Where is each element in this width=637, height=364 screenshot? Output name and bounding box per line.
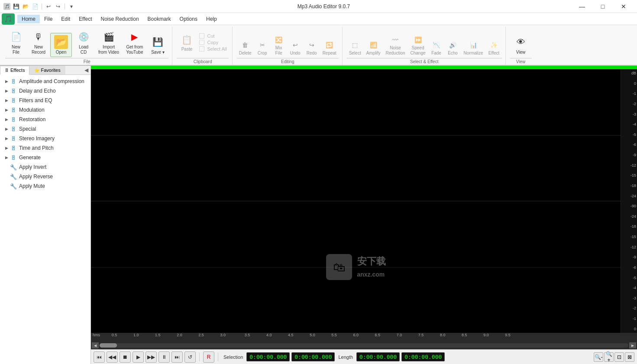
noise-reduction-btn[interactable]: 〰 NoiseReduction: [383, 34, 407, 57]
save-quick-btn[interactable]: 💾: [12, 3, 20, 10]
rewind-btn[interactable]: ◀◀: [107, 351, 118, 363]
save-btn[interactable]: 💾 Save ▾: [147, 33, 168, 57]
watermark: 🛍 安下载anxz.com: [326, 254, 386, 280]
new-record-icon: 🎙: [32, 30, 45, 44]
skip-to-start-btn[interactable]: ⏮: [94, 351, 105, 363]
open-btn[interactable]: 📂 Open: [50, 33, 72, 57]
zoom-fit-btn[interactable]: ⊡: [614, 352, 624, 362]
open-label: Open: [56, 50, 66, 55]
tree-item-stereo[interactable]: ▶ 🎚 Stereo Imagery: [0, 134, 91, 143]
effects-tab[interactable]: 🎚Effects: [0, 66, 29, 75]
delete-btn[interactable]: 🗑 Delete: [237, 39, 254, 57]
zoom-out-btn[interactable]: 🔍-: [594, 352, 603, 362]
new-file-btn[interactable]: 📄 NewFile: [5, 28, 27, 57]
menu-effect[interactable]: Effect: [74, 15, 96, 23]
label-filters: Filters and EQ: [19, 97, 52, 103]
import-video-btn[interactable]: 🎬 Importfrom Video: [95, 28, 122, 57]
cut-label: Cut: [207, 33, 214, 39]
scroll-thumb[interactable]: [100, 343, 117, 348]
speed-change-btn[interactable]: ⏩ SpeedChange: [408, 34, 428, 57]
amplify-btn[interactable]: 📶 Amplify: [364, 39, 383, 57]
menu-noise-reduction[interactable]: Noise Reduction: [97, 15, 143, 23]
new-quick-btn[interactable]: 📄: [31, 3, 39, 10]
favorites-tab[interactable]: ⭐Favorites: [29, 66, 65, 74]
load-cd-btn[interactable]: 💿 LoadCD: [73, 28, 94, 57]
menu-edit[interactable]: Edit: [57, 15, 74, 23]
tree-item-generate[interactable]: ▶ 🎚 Generate: [0, 153, 91, 162]
record-btn[interactable]: R: [203, 351, 214, 363]
effects-tree: ▶ 🎚 Amplitude and Compression ▶ 🎚 Delay …: [0, 75, 91, 364]
icon-special: 🎚: [10, 125, 17, 133]
get-youtube-btn[interactable]: ▶ Get fromYouTube: [123, 28, 146, 57]
fade-btn[interactable]: 📉 Fade: [429, 39, 444, 57]
dropdown-btn[interactable]: ▾: [68, 3, 75, 10]
panel-collapse-btn[interactable]: ◀: [82, 66, 91, 74]
mix-file-btn[interactable]: 🔀 MixFile: [271, 34, 287, 57]
tree-item-apply-invert[interactable]: 🔧 Apply Invert: [0, 162, 91, 172]
close-btn[interactable]: ✕: [614, 0, 634, 13]
chevron-stereo: ▶: [3, 135, 10, 142]
undo-quick-btn[interactable]: ↩: [45, 3, 52, 10]
tree-item-apply-mute[interactable]: 🔧 Apply Mute: [0, 181, 91, 191]
scroll-left-btn[interactable]: ◀: [92, 342, 99, 348]
effects-tab-icon: 🎚: [5, 68, 9, 73]
zoom-in-btn[interactable]: 🔍+: [604, 352, 614, 362]
db-label-n24b: -24: [622, 214, 636, 219]
fast-forward-btn[interactable]: ▶▶: [146, 351, 157, 363]
clipboard-group-label: Clipboard: [177, 58, 228, 65]
tree-item-filters[interactable]: ▶ 🎚 Filters and EQ: [0, 96, 91, 105]
menu-home[interactable]: Home: [17, 15, 40, 23]
new-record-btn[interactable]: 🎙 NewRecord: [28, 28, 49, 57]
tree-item-restoration[interactable]: ▶ 🎚 Restoration: [0, 115, 91, 124]
panel-tabs: 🎚Effects ⭐Favorites ◀: [0, 66, 91, 75]
icon-generate: 🎚: [10, 154, 17, 161]
paste-btn[interactable]: 📋 Paste: [177, 32, 197, 53]
amplify-label: Amplify: [366, 51, 381, 56]
tree-item-delay[interactable]: ▶ 🎚 Delay and Echo: [0, 86, 91, 96]
scroll-right-btn[interactable]: ▶: [629, 342, 636, 348]
scroll-track[interactable]: [100, 343, 628, 348]
tree-item-time-pitch[interactable]: ▶ 🎚 Time and Pitch: [0, 143, 91, 153]
loop-btn[interactable]: ↺: [184, 351, 196, 363]
progress-bar: [91, 66, 637, 69]
import-video-icon: 🎬: [102, 30, 116, 44]
db-label-n12a: -12: [622, 163, 636, 168]
menu-help[interactable]: Help: [202, 15, 221, 23]
repeat-btn[interactable]: 🔁 Repeat: [320, 39, 339, 57]
label-apply-reverse: Apply Reverse: [19, 174, 53, 180]
stop-btn[interactable]: ⏹: [120, 351, 131, 363]
redo-btn[interactable]: ↪ Redo: [304, 39, 320, 57]
crop-btn[interactable]: ✂ Crop: [255, 39, 270, 57]
pause-btn[interactable]: ⏸: [158, 351, 170, 363]
menu-options[interactable]: Options: [175, 15, 202, 23]
normalize-btn[interactable]: 📊 Normalize: [462, 39, 485, 57]
ribbon-group-editing: 🗑 Delete ✂ Crop 🔀 MixFile ↩ Undo ↪ R: [233, 27, 343, 65]
repeat-label: Repeat: [323, 51, 336, 56]
select-btn[interactable]: ⬚ Select: [347, 39, 363, 57]
view-btn[interactable]: 👁 View: [510, 33, 532, 57]
tree-item-special[interactable]: ▶ 🎚 Special: [0, 124, 91, 134]
effect-btn[interactable]: ✨ Effect: [486, 39, 502, 57]
fade-icon: 📉: [432, 40, 441, 50]
minimize-btn[interactable]: —: [572, 0, 592, 13]
tree-item-amplitude[interactable]: ▶ 🎚 Amplitude and Compression: [0, 77, 91, 86]
menu-bookmark[interactable]: Bookmark: [143, 15, 175, 23]
icon-apply-invert: 🔧: [10, 163, 17, 171]
mark-4-5: 4.5: [288, 333, 294, 337]
db-label-db: dB: [622, 71, 636, 75]
get-youtube-icon: ▶: [128, 30, 142, 44]
maximize-btn[interactable]: □: [593, 0, 613, 13]
zoom-selection-btn[interactable]: ⊠: [625, 352, 634, 362]
tree-item-modulation[interactable]: ▶ 🎚 Modulation: [0, 105, 91, 115]
paste-icon: 📋: [180, 33, 194, 47]
redo-quick-btn[interactable]: ↪: [54, 3, 62, 10]
open-quick-btn[interactable]: 📂: [22, 3, 29, 10]
undo-btn[interactable]: ↩ Undo: [288, 39, 303, 57]
menu-file[interactable]: File: [40, 15, 57, 23]
open-icon: 📂: [54, 35, 68, 49]
tree-item-apply-reverse[interactable]: 🔧 Apply Reverse: [0, 172, 91, 181]
skip-to-end-btn[interactable]: ⏭: [171, 351, 183, 363]
echo-btn[interactable]: 🔊 Echo: [445, 39, 461, 57]
play-btn[interactable]: ▶: [133, 351, 144, 363]
icon-filters: 🎚: [10, 97, 17, 104]
